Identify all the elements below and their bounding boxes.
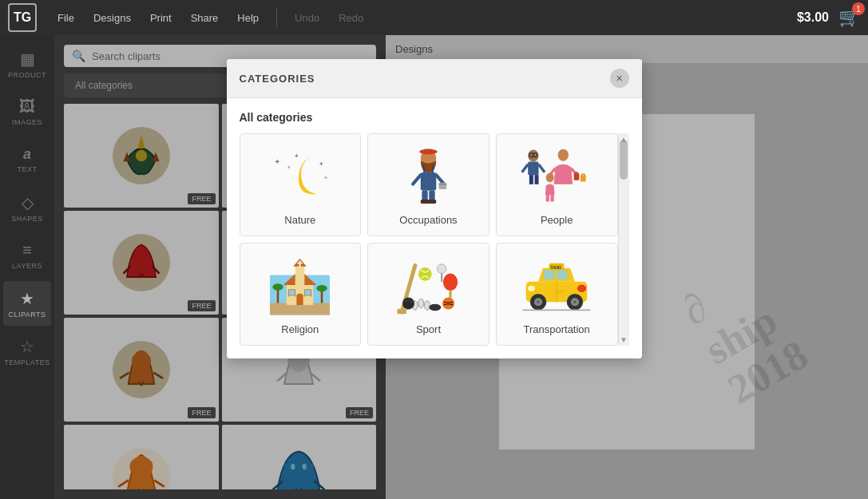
- svg-rect-78: [544, 270, 555, 279]
- people-label: People: [541, 214, 573, 226]
- svg-line-20: [423, 164, 425, 172]
- svg-text:✦: ✦: [323, 174, 328, 180]
- category-item-religion[interactable]: Religion: [240, 243, 362, 346]
- menu-designs[interactable]: Designs: [85, 7, 139, 29]
- category-item-sport[interactable]: Sport: [367, 243, 489, 346]
- svg-rect-40: [581, 175, 586, 181]
- svg-rect-81: [558, 291, 564, 293]
- modal-title: CATEGORIES: [240, 73, 315, 85]
- svg-point-64: [443, 273, 458, 291]
- svg-point-83: [578, 285, 586, 292]
- transportation-label: Transportation: [523, 323, 589, 335]
- svg-text:✦: ✦: [273, 157, 279, 166]
- svg-line-21: [432, 164, 434, 172]
- app-logo: TG: [8, 3, 37, 32]
- modal-close-button[interactable]: ×: [610, 69, 629, 88]
- categories-modal: CATEGORIES × All categories ✦: [227, 59, 642, 358]
- svg-point-67: [418, 299, 424, 308]
- sport-image: [388, 253, 468, 317]
- svg-rect-51: [295, 265, 305, 287]
- svg-point-56: [273, 283, 283, 290]
- categories-grid: ✦ ✦ ✦ ✦ ✦: [240, 133, 618, 346]
- svg-point-89: [573, 301, 576, 303]
- sport-svg: [390, 255, 466, 315]
- svg-rect-39: [574, 174, 580, 180]
- menu-file[interactable]: File: [50, 7, 82, 29]
- svg-point-68: [424, 300, 430, 310]
- category-item-transportation[interactable]: TAXI: [496, 243, 618, 346]
- svg-rect-42: [546, 195, 549, 201]
- svg-point-71: [408, 298, 410, 300]
- svg-line-32: [522, 164, 529, 172]
- svg-rect-18: [425, 149, 433, 155]
- price-display: $3.00: [797, 10, 829, 25]
- modal-scroll-thumb: [620, 140, 628, 180]
- price-area: $3.00 🛒 1: [797, 7, 860, 28]
- modal-scrollbar[interactable]: ▲ ▼: [618, 133, 629, 346]
- cart-button[interactable]: 🛒 1: [838, 7, 860, 28]
- category-item-occupations[interactable]: Occupations: [367, 133, 489, 236]
- svg-rect-79: [557, 270, 568, 279]
- sport-label: Sport: [416, 323, 441, 335]
- scroll-down-icon: ▼: [620, 335, 628, 344]
- svg-point-58: [317, 285, 327, 291]
- svg-point-61: [418, 267, 432, 281]
- svg-rect-19: [421, 172, 437, 191]
- svg-text:✦: ✦: [319, 160, 324, 168]
- svg-point-82: [528, 285, 536, 292]
- svg-text:✦: ✦: [293, 152, 299, 160]
- modal-header: CATEGORIES ×: [227, 59, 642, 98]
- menu-share[interactable]: Share: [183, 7, 227, 29]
- svg-line-33: [539, 164, 545, 172]
- modal-body: All categories ✦ ✦: [227, 98, 642, 358]
- people-svg: [517, 144, 597, 208]
- svg-rect-35: [535, 175, 539, 184]
- category-item-nature[interactable]: ✦ ✦ ✦ ✦ ✦: [240, 133, 362, 236]
- occupations-image: [388, 144, 468, 208]
- menu-undo[interactable]: Undo: [287, 7, 327, 29]
- svg-rect-65: [449, 290, 451, 298]
- nature-label: Nature: [284, 214, 315, 226]
- occupations-svg: [402, 144, 454, 208]
- svg-point-73: [429, 303, 441, 310]
- svg-rect-27: [429, 191, 434, 201]
- menu-bar: TG File Designs Print Share Help Undo Re…: [0, 0, 868, 35]
- all-categories-label[interactable]: All categories: [240, 111, 629, 124]
- svg-rect-43: [551, 195, 554, 201]
- svg-rect-34: [529, 175, 533, 184]
- religion-label: Religion: [281, 323, 319, 335]
- religion-svg: [270, 253, 330, 317]
- svg-rect-26: [422, 191, 427, 201]
- nature-svg: ✦ ✦ ✦ ✦ ✦: [260, 146, 340, 206]
- svg-rect-60: [397, 308, 406, 314]
- main-layout: ▦ PRODUCT 🖼 IMAGES a TEXT ◇ SHAPES ≡ LAY…: [0, 35, 868, 499]
- menu-print[interactable]: Print: [142, 7, 180, 29]
- transportation-svg: TAXI: [517, 258, 597, 312]
- modal-overlay: CATEGORIES × All categories ✦: [0, 35, 868, 499]
- svg-text:✦: ✦: [287, 164, 291, 170]
- menu-items: File Designs Print Share Help Undo Redo: [50, 7, 371, 29]
- svg-point-62: [437, 263, 446, 273]
- svg-rect-29: [428, 200, 437, 204]
- nature-image: ✦ ✦ ✦ ✦ ✦: [260, 144, 340, 208]
- menu-redo[interactable]: Redo: [331, 7, 371, 29]
- religion-image: [260, 253, 340, 317]
- svg-line-23: [436, 175, 444, 184]
- occupations-label: Occupations: [399, 214, 457, 226]
- svg-point-41: [546, 173, 554, 183]
- svg-line-22: [413, 175, 421, 184]
- menu-help[interactable]: Help: [229, 7, 267, 29]
- scroll-up-icon: ▲: [620, 135, 628, 144]
- svg-point-70: [406, 299, 408, 302]
- svg-point-72: [410, 301, 413, 303]
- menu-separator: [276, 8, 277, 27]
- cart-badge: 1: [852, 2, 865, 15]
- svg-text:TAXI: TAXI: [551, 265, 561, 270]
- svg-point-36: [558, 149, 569, 161]
- people-image: [517, 144, 597, 208]
- svg-point-74: [442, 297, 454, 309]
- svg-rect-31: [528, 162, 538, 176]
- svg-point-86: [537, 301, 540, 303]
- transportation-image: TAXI: [517, 253, 597, 317]
- category-item-people[interactable]: People: [496, 133, 618, 236]
